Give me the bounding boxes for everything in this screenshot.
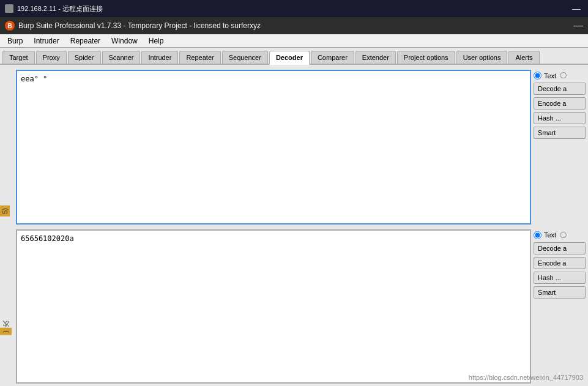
side-label-top: 5) — [0, 206, 10, 217]
text-radio-row-1: Text 〇 — [534, 71, 586, 80]
input-textarea-2[interactable]: 65656102020a — [17, 231, 530, 383]
decode-btn-2[interactable]: Decode a — [534, 242, 586, 254]
decode-section-1: eea° ° Text 〇 Decode a Encode a Hash ...… — [16, 70, 586, 225]
decoder-area: eea° ° Text 〇 Decode a Encode a Hash ...… — [16, 70, 586, 384]
watermark: https://blog.csdn.net/weixin_44717903 — [469, 374, 583, 381]
tab-user-options[interactable]: User options — [456, 51, 508, 64]
input-area-2: 65656102020a — [16, 229, 531, 384]
minimize-remote-btn[interactable]: — — [570, 4, 583, 13]
text-label-1: Text — [544, 72, 556, 80]
tab-intruder[interactable]: Intruder — [141, 51, 178, 64]
input-textarea-1[interactable]: eea° ° — [17, 71, 530, 223]
text-radio-2[interactable] — [534, 231, 541, 239]
hex-label-2: 〇 — [560, 231, 567, 240]
tab-scanner[interactable]: Scanner — [102, 51, 141, 64]
controls-panel-2: Text 〇 Decode a Encode a Hash ... Smart — [534, 229, 586, 384]
side-label-bottom: 次) — [0, 328, 12, 335]
text-radio-1[interactable] — [534, 72, 541, 80]
menu-burp[interactable]: Burp — [2, 35, 28, 46]
burp-icon: B — [5, 21, 15, 31]
tab-extender[interactable]: Extender — [355, 51, 396, 64]
remote-title: 192.168.2.11 - 远程桌面连接 — [17, 4, 103, 13]
controls-panel-1: Text 〇 Decode a Encode a Hash ... Smart — [534, 70, 586, 225]
smart-btn-2[interactable]: Smart — [534, 286, 586, 299]
decode-btn-1[interactable]: Decode a — [534, 83, 586, 95]
hash-btn-2[interactable]: Hash ... — [534, 272, 586, 284]
decode-section-2: 65656102020a Text 〇 Decode a Encode a Ha… — [16, 229, 586, 384]
hex-label-1: 〇 — [560, 71, 567, 80]
tab-spider[interactable]: Spider — [68, 51, 101, 64]
text-radio-row-2: Text 〇 — [534, 231, 586, 240]
encode-btn-1[interactable]: Encode a — [534, 97, 586, 109]
tab-alerts[interactable]: Alerts — [508, 51, 539, 64]
tab-bar: Target Proxy Spider Scanner Intruder Rep… — [0, 48, 588, 65]
tab-sequencer[interactable]: Sequencer — [222, 51, 268, 64]
menu-intruder[interactable]: Intruder — [29, 35, 64, 46]
text-label-2: Text — [544, 231, 556, 239]
main-content: 5) 次) eea° ° Text 〇 Decode a Encode a Ha… — [0, 65, 588, 386]
smart-btn-1[interactable]: Smart — [534, 127, 586, 139]
tab-target[interactable]: Target — [2, 51, 35, 64]
tab-decoder[interactable]: Decoder — [269, 51, 310, 65]
remote-title-bar: 192.168.2.11 - 远程桌面连接 — — [0, 0, 588, 17]
remote-icon — [5, 4, 13, 13]
menu-repeater[interactable]: Repeater — [65, 35, 105, 46]
tab-project-options[interactable]: Project options — [397, 51, 455, 64]
app-title: Burp Suite Professional v1.7.33 - Tempor… — [18, 21, 261, 30]
input-area-1: eea° ° — [16, 70, 531, 225]
app-title-bar: B Burp Suite Professional v1.7.33 - Temp… — [0, 17, 588, 34]
hash-btn-1[interactable]: Hash ... — [534, 112, 586, 124]
encode-btn-2[interactable]: Encode a — [534, 257, 586, 269]
menu-help[interactable]: Help — [144, 35, 169, 46]
tab-comparer[interactable]: Comparer — [311, 51, 354, 64]
tab-repeater[interactable]: Repeater — [179, 51, 220, 64]
menu-bar: Burp Intruder Repeater Window Help — [0, 34, 588, 48]
tab-proxy[interactable]: Proxy — [36, 51, 67, 64]
menu-window[interactable]: Window — [106, 35, 143, 46]
minimize-app-btn[interactable]: — — [573, 20, 583, 31]
